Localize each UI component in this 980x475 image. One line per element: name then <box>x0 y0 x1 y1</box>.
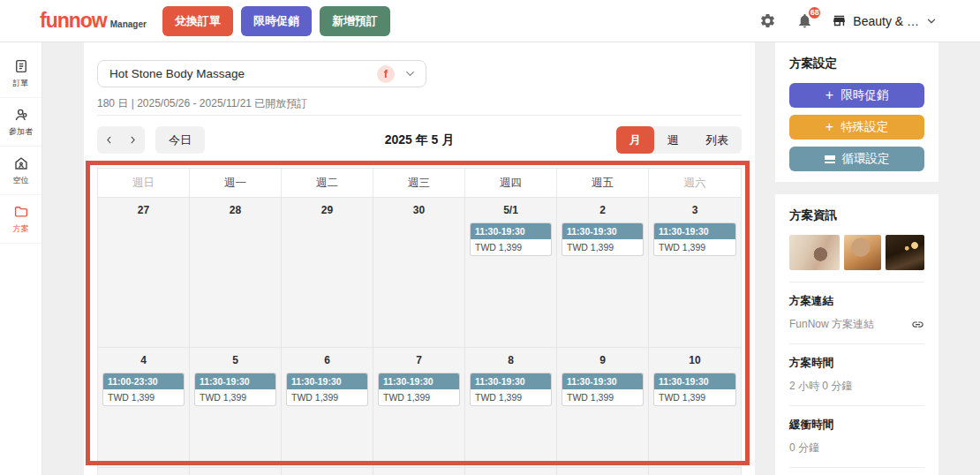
event-time: 11:30-19:30 <box>287 373 367 389</box>
calendar-day-cell[interactable] <box>557 467 649 475</box>
top-header: funnow Manager 兌換訂單限時促銷新增預訂 68 Beauty & … <box>0 0 980 42</box>
sidebar-item-label: 參加者 <box>9 126 33 138</box>
massage-room-photo[interactable] <box>789 235 840 270</box>
plan-setting-button[interactable]: 循環設定 <box>789 147 924 171</box>
calendar-day-cell[interactable]: 5 11:30-19:30 TWD 1,399 <box>190 347 282 467</box>
header-action-button[interactable]: 兌換訂單 <box>162 6 233 36</box>
header-action-button[interactable]: 限時促銷 <box>241 6 312 36</box>
plan-setting-button[interactable]: + 限時促銷 <box>789 83 924 108</box>
settings-gear-icon[interactable] <box>758 11 777 31</box>
event-chip[interactable]: 11:00-23:30 TWD 1,399 <box>103 373 184 405</box>
calendar-day-cell[interactable]: 5/1 11:30-19:30 TWD 1,399 <box>465 197 557 347</box>
account-switcher[interactable]: Beauty & … <box>832 13 938 28</box>
header-action-button[interactable]: 新增預訂 <box>320 6 390 36</box>
sidebar-item[interactable]: 參加者 <box>0 98 41 147</box>
calendar-day-cell[interactable]: 4 11:00-23:30 TWD 1,399 <box>98 347 190 467</box>
booking-availability-text: 180 日 | 2025/05/26 - 2025/11/21 已開放預訂 <box>97 96 307 111</box>
event-chip[interactable]: 11:30-19:30 TWD 1,399 <box>471 373 551 405</box>
day-number: 3 <box>654 204 735 216</box>
plan-setting-button[interactable]: + 特殊設定 <box>789 115 924 139</box>
event-chip[interactable]: 11:30-19:30 TWD 1,399 <box>471 223 551 255</box>
calendar-day-cell[interactable] <box>282 467 373 475</box>
calendar-day-cell[interactable]: 6 11:30-19:30 TWD 1,399 <box>282 347 373 467</box>
day-number: 30 <box>379 204 459 216</box>
sidebar-item-label: 方案 <box>13 223 29 235</box>
calendar-day-cell[interactable]: 10 11:30-19:30 TWD 1,399 <box>649 347 741 467</box>
day-number: 4 <box>103 354 184 366</box>
event-chip[interactable]: 11:30-19:30 TWD 1,399 <box>654 223 735 255</box>
plan-select-dropdown[interactable]: Hot Stone Body Massage f <box>97 60 426 87</box>
view-toggle-segment[interactable]: 月 <box>616 126 654 154</box>
event-price: TWD 1,399 <box>562 389 643 405</box>
calendar-day-cell[interactable]: 30 <box>373 197 465 347</box>
calendar-day-cell[interactable] <box>465 467 557 475</box>
weekday-header-row: 週日週一週二週三週四週五週六 <box>98 169 741 197</box>
event-time: 11:30-19:30 <box>562 223 643 239</box>
today-button[interactable]: 今日 <box>155 126 205 154</box>
orders-icon <box>13 58 29 74</box>
header-action-buttons: 兌換訂單限時促銷新增預訂 <box>162 6 390 36</box>
weekday-label: 週三 <box>373 169 465 197</box>
funnow-logo[interactable]: funnow Manager <box>40 9 147 33</box>
month-calendar-grid: 週日週一週二週三週四週五週六 27 28 29 30 5/1 11:30-19:… <box>97 168 742 475</box>
event-chip[interactable]: 11:30-19:30 TWD 1,399 <box>379 373 459 405</box>
head-massage-photo[interactable] <box>844 235 881 270</box>
sidebar-item[interactable]: 空位 <box>0 147 41 195</box>
chevron-down-icon <box>925 15 938 27</box>
divider <box>97 115 742 116</box>
divider <box>789 405 924 406</box>
view-toggle-segment[interactable]: 週 <box>654 126 692 154</box>
menu-icon <box>825 155 835 162</box>
event-price: TWD 1,399 <box>654 389 735 405</box>
plan-info-card: 方案資訊 方案連結 FunNow 方案連結 方案時間 2 小時 0 分鐘 緩衝時… <box>775 194 939 475</box>
next-month-button[interactable] <box>121 126 145 154</box>
calendar-day-cell[interactable]: 9 11:30-19:30 TWD 1,399 <box>557 347 649 467</box>
calendar-week-row: 4 11:00-23:30 TWD 1,399 5 11:30-19:30 TW… <box>98 347 741 467</box>
calendar-day-cell[interactable] <box>373 467 465 475</box>
event-time: 11:30-19:30 <box>654 223 735 239</box>
event-chip[interactable]: 11:30-19:30 TWD 1,399 <box>287 373 367 405</box>
day-number: 8 <box>471 354 551 366</box>
calendar-day-cell[interactable]: 27 <box>98 197 190 347</box>
link-icon[interactable] <box>911 318 924 331</box>
event-price: TWD 1,399 <box>103 389 184 405</box>
plans-icon <box>13 204 29 220</box>
calendar-day-cell[interactable]: 28 <box>190 197 282 347</box>
plan-info-title: 方案資訊 <box>789 207 924 223</box>
calendar-day-cell[interactable] <box>98 467 190 475</box>
weekday-label: 週二 <box>282 169 373 197</box>
plan-settings-card: 方案設定 + 限時促銷 + 特殊設定 循環設定 <box>775 42 939 182</box>
notifications-bell-icon[interactable]: 68 <box>795 11 814 31</box>
calendar-day-cell[interactable]: 3 11:30-19:30 TWD 1,399 <box>649 197 741 347</box>
sidebar-item-label: 空位 <box>13 175 29 186</box>
sidebar-item[interactable]: 訂單 <box>0 49 41 98</box>
event-price: TWD 1,399 <box>654 239 735 255</box>
event-chip[interactable]: 11:30-19:30 TWD 1,399 <box>562 373 643 405</box>
plan-setting-button-label: 限時促銷 <box>841 87 888 103</box>
prev-month-button[interactable] <box>97 126 121 154</box>
spa-candles-photo[interactable] <box>886 235 924 270</box>
info-section-heading: 方案時間 <box>789 355 924 371</box>
info-section-value: 2 小時 0 分鐘 <box>789 379 852 394</box>
calendar-day-cell[interactable]: 29 <box>282 197 373 347</box>
calendar-day-cell[interactable] <box>649 467 741 475</box>
event-chip[interactable]: 11:30-19:30 TWD 1,399 <box>195 373 275 405</box>
day-number: 2 <box>562 204 643 216</box>
weekday-label: 週日 <box>98 169 190 197</box>
view-toggle-segment[interactable]: 列表 <box>692 126 742 154</box>
calendar-day-cell[interactable] <box>190 467 282 475</box>
calendar-day-cell[interactable]: 7 11:30-19:30 TWD 1,399 <box>373 347 465 467</box>
event-time: 11:30-19:30 <box>562 373 643 389</box>
sidebar-item[interactable]: 方案 <box>0 195 41 244</box>
store-icon <box>832 13 847 28</box>
event-chip[interactable]: 11:30-19:30 TWD 1,399 <box>654 373 735 405</box>
participants-icon <box>13 107 29 123</box>
event-chip[interactable]: 11:30-19:30 TWD 1,399 <box>562 223 643 255</box>
weekday-label: 週四 <box>465 169 557 197</box>
calendar-day-cell[interactable]: 2 11:30-19:30 TWD 1,399 <box>557 197 649 347</box>
calendar-day-cell[interactable]: 8 11:30-19:30 TWD 1,399 <box>465 347 557 467</box>
chevron-right-icon <box>127 134 139 146</box>
event-time: 11:30-19:30 <box>654 373 735 389</box>
day-number: 27 <box>103 204 184 216</box>
weekday-label: 週一 <box>190 169 282 197</box>
